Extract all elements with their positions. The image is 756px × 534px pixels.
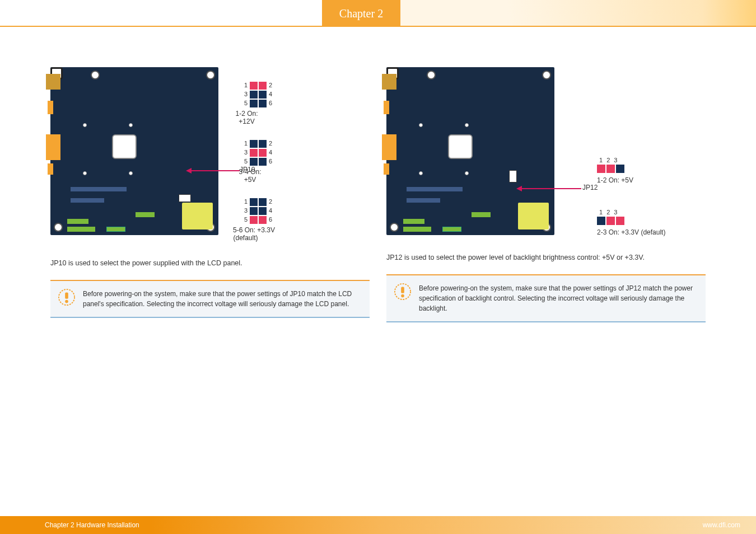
jp10-warning-text: Before powering-on the system, make sure… <box>83 290 352 308</box>
chapter-tab: Chapter 2 <box>322 0 400 27</box>
header-bar: Chapter 2 <box>0 0 756 27</box>
jumper-options-jp12: 123 1-2 On: +5V 123 2-3 On: +3.3V (defau… <box>597 151 665 236</box>
jumper-opt-12v: 1 2 3 4 5 6 1-2 On: +12V <box>250 82 275 125</box>
jumper12-opt-3v3: 123 2-3 On: +3.3V (default) <box>597 209 665 236</box>
motherboard-diagram-left <box>50 67 218 235</box>
svg-point-5 <box>401 294 404 297</box>
jumper-opt-5v: 1 2 3 4 5 6 3-4 On: +5V <box>250 140 275 184</box>
jp10-description: JP10 is used to select the power supplie… <box>50 259 370 269</box>
page-content: JP10 1 2 3 4 5 6 1-2 On: +12V 1 2 3 4 <box>50 67 722 500</box>
footer-bar: Chapter 2 Hardware Installation www.dfi.… <box>0 516 756 534</box>
column-jp12: JP12 123 1-2 On: +5V 123 2-3 On: +3.3V (… <box>386 67 722 500</box>
header-spacer-left <box>0 0 322 27</box>
jumper-options-jp10: 1 2 3 4 5 6 1-2 On: +12V 1 2 3 4 5 6 <box>250 82 275 242</box>
motherboard-diagram-right <box>386 67 554 235</box>
jp10-warning-note: Before powering-on the system, make sure… <box>50 280 370 318</box>
header-spacer-right <box>400 0 756 27</box>
jumper-opt-3v3: 1 2 3 4 5 6 5-6 On: +3.3V (default) <box>250 198 275 242</box>
callout-line-jp10: JP10 <box>223 67 245 235</box>
jumper12-opt-5v: 123 1-2 On: +5V <box>597 157 665 184</box>
warning-icon <box>58 289 75 306</box>
svg-point-2 <box>65 299 68 303</box>
column-jp10: JP10 1 2 3 4 5 6 1-2 On: +12V 1 2 3 4 <box>50 67 386 500</box>
footer-left-text: Chapter 2 Hardware Installation <box>45 521 139 529</box>
jp12-description: JP12 is used to select the power level o… <box>386 253 706 263</box>
callout-line-jp12: JP12 <box>559 67 592 235</box>
callout-label-jp12: JP12 <box>582 184 598 191</box>
diagram-row-jp12: JP12 123 1-2 On: +5V 123 2-3 On: +3.3V (… <box>386 67 706 236</box>
jp12-warning-text: Before powering-on the system, make sure… <box>419 284 693 312</box>
warning-icon <box>394 283 411 300</box>
jp12-warning-note: Before powering-on the system, make sure… <box>386 274 706 322</box>
svg-rect-1 <box>65 292 68 298</box>
diagram-row-jp10: JP10 1 2 3 4 5 6 1-2 On: +12V 1 2 3 4 <box>50 67 370 242</box>
svg-rect-4 <box>401 287 404 293</box>
footer-right-text: www.dfi.com <box>703 521 740 529</box>
